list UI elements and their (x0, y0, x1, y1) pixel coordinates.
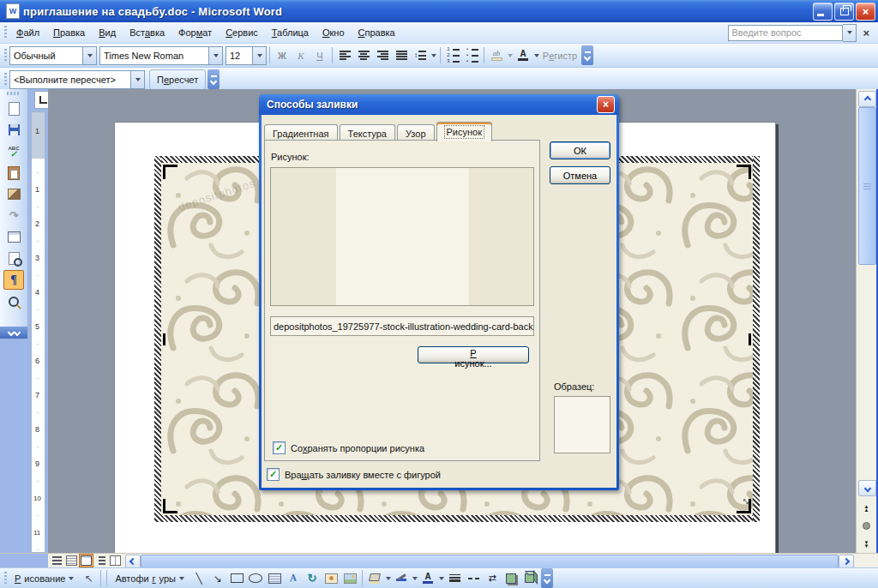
picture-button[interactable] (340, 570, 359, 587)
bulleted-list-button[interactable]: ••• (462, 46, 481, 65)
outline-view-button[interactable] (93, 554, 108, 567)
selection-hatch-border[interactable] (753, 156, 760, 522)
align-left-button[interactable] (335, 46, 354, 65)
toolbar-grip[interactable] (7, 92, 21, 95)
next-page-button[interactable]: ▼▼ (858, 536, 875, 552)
print-preview-button[interactable] (3, 249, 24, 268)
crop-handle[interactable] (737, 165, 751, 179)
keep-ratio-checkbox[interactable]: ✓Сохранять пропорции рисунка (273, 441, 424, 454)
shadow-style-button[interactable] (502, 570, 520, 587)
selection-hatch-border[interactable] (154, 156, 161, 522)
scroll-right-button[interactable] (839, 555, 854, 568)
checkbox-check-icon[interactable]: ✓ (273, 441, 286, 454)
save-button[interactable] (3, 120, 24, 140)
reading-layout-view-button[interactable] (108, 554, 123, 567)
font-color-button[interactable]: А (418, 570, 437, 587)
crop-handle[interactable] (163, 165, 177, 179)
normal-view-button[interactable] (50, 554, 64, 567)
highlight-button[interactable]: ab (487, 46, 506, 65)
dash-style-button[interactable] (464, 570, 483, 587)
tab-Текстура[interactable]: Текстура (340, 124, 395, 141)
select-objects-button[interactable]: ↖ (79, 570, 98, 587)
crop-handle[interactable] (749, 333, 751, 345)
macro-combobox[interactable]: <Выполните пересчет> (9, 70, 145, 89)
chevron-down-icon[interactable] (130, 71, 144, 88)
show-formatting-marks-button[interactable]: ¶ (3, 270, 24, 290)
toolbar-options-chevron[interactable] (541, 568, 553, 588)
style-combobox[interactable]: Обычный (9, 46, 97, 65)
menu-item-7[interactable]: Окно (316, 25, 352, 40)
minimize-button[interactable] (813, 3, 833, 21)
toolbar-grip[interactable] (4, 572, 7, 585)
menu-item-8[interactable]: Справка (352, 25, 402, 40)
picture-filename[interactable]: depositphotos_19725977-stock-illustratio… (270, 316, 534, 336)
close-button[interactable]: × (856, 3, 875, 21)
select-picture-button[interactable]: Рисунок... (418, 346, 529, 363)
clip-art-button[interactable] (322, 570, 340, 587)
chevron-down-icon[interactable] (252, 47, 266, 64)
chevron-down-icon[interactable] (384, 569, 392, 588)
tab-Узор[interactable]: Узор (397, 124, 435, 141)
register-button[interactable]: Регистр (540, 46, 580, 65)
web-layout-view-button[interactable] (64, 554, 79, 567)
toolbar-grip[interactable] (4, 73, 7, 87)
toolbar-grip[interactable] (4, 49, 7, 63)
vertical-ruler[interactable]: 1123456789101112············ (31, 111, 45, 553)
rotate-fill-checkbox[interactable]: ✓Вращать заливку вместе с фигурой (267, 468, 441, 481)
crop-handle[interactable] (163, 333, 165, 345)
3d-style-button[interactable] (520, 570, 539, 587)
recalculate-button[interactable]: Пересчет (149, 69, 206, 90)
crop-handle[interactable] (163, 499, 177, 513)
menu-item-2[interactable]: Вид (92, 25, 123, 40)
menubar-close-icon[interactable]: × (863, 27, 869, 39)
cancel-button[interactable]: Отмена (550, 166, 610, 184)
autoshapes-menu-button[interactable]: Автофигуры (110, 570, 189, 587)
chevron-down-icon[interactable] (208, 47, 222, 64)
chevron-down-icon[interactable] (411, 569, 418, 588)
numbered-list-button[interactable]: 123 (443, 46, 462, 65)
menu-item-6[interactable]: Таблица (265, 25, 316, 40)
insert-table-button[interactable] (3, 227, 24, 247)
tab-Рисунок[interactable]: Рисунок (436, 122, 493, 141)
italic-button[interactable]: К (292, 46, 310, 65)
chevron-down-icon[interactable] (437, 569, 445, 588)
menu-item-4[interactable]: Формат (171, 25, 219, 40)
tab-Градиентная[interactable]: Градиентная (264, 124, 338, 141)
spelling-grammar-button[interactable]: ABC✓ (3, 141, 24, 161)
scrollbar-thumb[interactable] (141, 555, 839, 568)
oval-button[interactable] (246, 570, 265, 587)
line-style-button[interactable] (445, 570, 464, 587)
font-combobox[interactable]: Times New Roman (99, 46, 223, 65)
scroll-left-button[interactable] (125, 555, 141, 568)
diagram-button[interactable]: ↻ (303, 570, 322, 587)
chevron-down-icon[interactable] (532, 46, 540, 65)
chevron-down-icon[interactable] (430, 46, 437, 65)
menu-item-0[interactable]: Файл (9, 25, 46, 40)
line-spacing-button[interactable]: ↕ (411, 46, 430, 65)
font-color-button[interactable]: А (514, 46, 532, 65)
ok-button[interactable]: ОК (550, 141, 610, 159)
checkbox-check-icon[interactable]: ✓ (267, 468, 280, 481)
toolbar-options-chevron[interactable] (0, 327, 27, 339)
chevron-down-icon[interactable] (82, 47, 96, 64)
underline-button[interactable]: Ч (310, 46, 329, 65)
selection-hatch-border[interactable] (154, 515, 760, 522)
font-size-combobox[interactable]: 12 (226, 46, 267, 65)
scroll-up-button[interactable] (858, 91, 876, 107)
justify-button[interactable] (392, 46, 411, 65)
menu-item-1[interactable]: Правка (46, 25, 92, 40)
toolbar-grip[interactable] (4, 26, 7, 39)
toolbar-options-chevron[interactable] (581, 45, 593, 65)
restore-button[interactable] (834, 3, 854, 21)
line-button[interactable]: ╲ (189, 570, 208, 587)
draw-menu-button[interactable]: Рисование (9, 570, 79, 587)
zoom-button[interactable] (3, 291, 24, 311)
chevron-down-icon[interactable] (506, 46, 514, 65)
wordart-button[interactable]: А (284, 570, 303, 587)
dialog-close-button[interactable]: × (597, 96, 615, 113)
ask-question-input[interactable] (728, 25, 843, 41)
previous-page-button[interactable]: ▲▲ (858, 500, 875, 516)
paste-button[interactable] (3, 163, 24, 183)
vertical-scrollbar[interactable]: ▲▲ ▼▼ (856, 89, 876, 553)
fill-color-button[interactable] (365, 570, 384, 587)
